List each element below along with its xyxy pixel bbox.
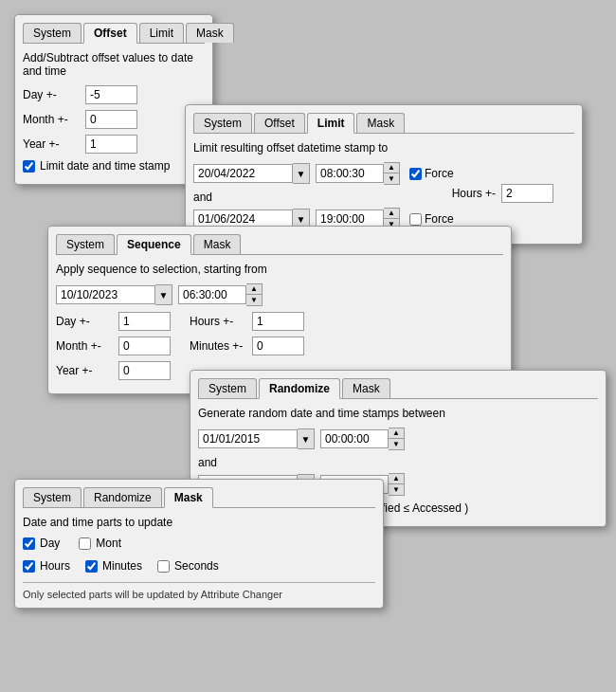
seq-year-row: Year +-	[56, 361, 171, 380]
rand-from-time-down[interactable]: ▼	[389, 439, 404, 449]
mask-hours-checkbox[interactable]	[23, 560, 35, 573]
seq-start-time[interactable]	[178, 285, 246, 304]
mask-seconds-checkbox[interactable]	[157, 560, 170, 573]
mask-hours-label: Hours	[40, 559, 70, 573]
tab-mask-2[interactable]: Mask	[356, 113, 405, 133]
seq-hours-label: Hours +-	[190, 315, 246, 328]
tab-system-2[interactable]: System	[193, 113, 252, 133]
tab-randomize[interactable]: Randomize	[259, 378, 340, 399]
rand-from-time-up[interactable]: ▲	[389, 428, 404, 439]
mask-seconds-row: Seconds	[157, 559, 219, 573]
offset-title: Add/Subtract offset values to date and t…	[23, 51, 205, 78]
mask-day-row: Day	[23, 537, 60, 550]
tab-randomize-5[interactable]: Randomize	[83, 487, 162, 507]
seq-start-time-up[interactable]: ▲	[246, 284, 262, 295]
month-label: Month +-	[23, 113, 80, 126]
month-input[interactable]: 0	[85, 110, 137, 129]
force2-checkbox[interactable]	[409, 213, 422, 226]
mask-hours-row: Hours	[23, 559, 70, 573]
mask-minutes-label: Minutes	[102, 559, 142, 573]
mask-minutes-row: Minutes	[85, 559, 142, 573]
day-input[interactable]: -5	[85, 85, 137, 104]
mask-note: Only selected parts will be updated by A…	[23, 589, 375, 600]
seq-day-input[interactable]	[118, 312, 171, 331]
randomize-title: Generate random date and time stamps bet…	[198, 407, 598, 420]
rand-from-time[interactable]	[320, 429, 389, 448]
tab-system-1[interactable]: System	[23, 23, 82, 43]
tab-limit[interactable]: Limit	[307, 113, 355, 134]
seq-month-label: Month +-	[56, 339, 113, 353]
limit-from-time-down[interactable]: ▼	[384, 173, 399, 184]
rand-to-time-down[interactable]: ▼	[389, 484, 404, 495]
limit-from-time[interactable]	[316, 164, 384, 183]
seq-start-time-spin: ▲ ▼	[246, 283, 263, 306]
mask-day-label: Day	[40, 537, 60, 550]
limit-from-date-dropdown[interactable]: ▼	[293, 163, 310, 184]
mask-day-checkbox[interactable]	[23, 537, 35, 550]
rand-and-label: and	[198, 456, 598, 469]
year-input[interactable]: 1	[85, 135, 137, 154]
tab-system-3[interactable]: System	[56, 234, 115, 254]
limit-checkbox-label: Limit date and time stamp	[40, 159, 170, 173]
rand-from-row: ▼ ▲ ▼	[198, 428, 598, 450]
seq-day-row: Day +-	[56, 312, 171, 331]
force1-label: Force	[425, 167, 454, 180]
day-label: Day +-	[23, 88, 80, 101]
rand-to-time-spin: ▲ ▼	[389, 473, 405, 496]
tab-system-5[interactable]: System	[23, 487, 82, 507]
year-label: Year +-	[23, 137, 80, 151]
offset-dialog: System Offset Limit Mask Add/Subtract of…	[14, 14, 213, 185]
force2-label: Force	[425, 212, 454, 226]
mask-seconds-label: Seconds	[174, 559, 219, 573]
tab-mask-4[interactable]: Mask	[342, 378, 390, 398]
seq-hours-row: Hours +-	[190, 312, 304, 331]
mask-month-row: Mont	[79, 537, 121, 550]
hours-input-d1[interactable]	[501, 184, 553, 203]
tab-system-4[interactable]: System	[198, 378, 257, 398]
year-row: Year +- 1	[23, 135, 205, 154]
tab-mask[interactable]: Mask	[164, 487, 213, 508]
month-row: Month +- 0	[23, 110, 205, 129]
seq-start-date[interactable]	[56, 285, 155, 304]
limit-dialog: System Offset Limit Mask Limit resulting…	[185, 104, 583, 245]
rand-from-time-spin: ▲ ▼	[389, 428, 405, 450]
tab-mask-1[interactable]: Mask	[186, 23, 234, 43]
limit-from-row: ▼ ▲ ▼ Force	[193, 162, 574, 185]
rand-from-date-dropdown[interactable]: ▼	[298, 428, 315, 449]
mask-tabs: System Randomize Mask	[23, 487, 375, 508]
limit-to-time-up[interactable]: ▲	[384, 209, 399, 219]
tab-limit-1[interactable]: Limit	[139, 23, 184, 43]
seq-start-date-dropdown[interactable]: ▼	[155, 284, 172, 305]
mask-divider	[23, 582, 375, 583]
limit-from-time-spin: ▲ ▼	[384, 162, 400, 185]
force1-row: Force	[409, 167, 454, 180]
day-row: Day +- -5	[23, 85, 205, 104]
seq-minutes-input[interactable]	[252, 337, 304, 355]
mask-minutes-checkbox[interactable]	[85, 560, 98, 573]
seq-hours-input[interactable]	[252, 312, 304, 331]
seq-start-date-wrap: ▼	[56, 284, 172, 305]
seq-month-row: Month +-	[56, 337, 171, 355]
seq-minutes-row: Minutes +-	[190, 337, 304, 355]
tab-sequence[interactable]: Sequence	[117, 234, 191, 255]
sequence-title: Apply sequence to selection, starting fr…	[56, 263, 503, 276]
limit-checkbox[interactable]	[23, 160, 35, 173]
rand-to-time-up[interactable]: ▲	[389, 474, 404, 484]
limit-title: Limit resulting offset datetime stamp to	[193, 141, 574, 155]
tab-offset-2[interactable]: Offset	[254, 113, 305, 133]
mask-dialog: System Randomize Mask Date and time part…	[14, 479, 384, 609]
seq-month-input[interactable]	[118, 337, 171, 355]
mask-month-label: Mont	[96, 537, 121, 550]
seq-start-time-down[interactable]: ▼	[246, 295, 262, 305]
limit-from-time-up[interactable]: ▲	[384, 163, 399, 173]
limit-from-date[interactable]	[193, 164, 293, 183]
sequence-tabs: System Sequence Mask	[56, 234, 503, 255]
tab-mask-3[interactable]: Mask	[193, 234, 242, 254]
seq-year-input[interactable]	[118, 361, 171, 380]
tab-offset[interactable]: Offset	[83, 23, 137, 44]
rand-from-date[interactable]	[198, 429, 298, 448]
mask-month-checkbox[interactable]	[79, 537, 91, 550]
force1-checkbox[interactable]	[409, 168, 422, 180]
seq-start-row: ▼ ▲ ▼	[56, 283, 503, 306]
seq-year-label: Year +-	[56, 364, 113, 377]
